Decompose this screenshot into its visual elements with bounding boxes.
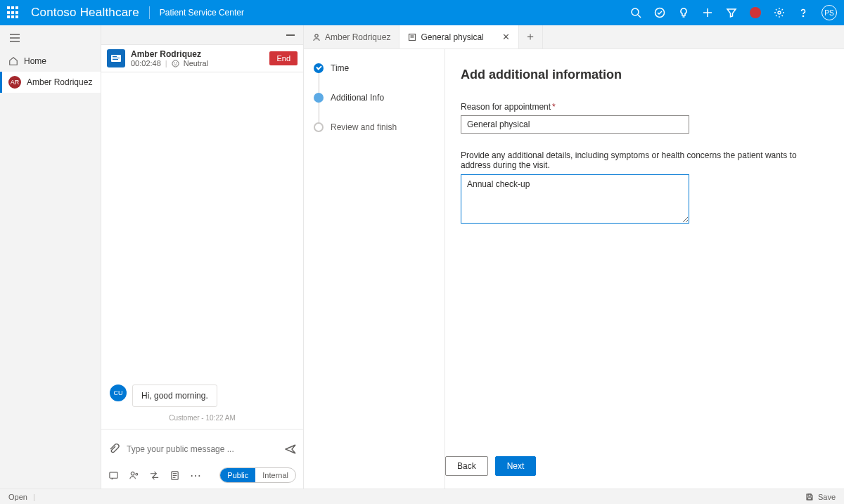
home-icon <box>8 56 18 66</box>
lightbulb-icon[interactable] <box>678 7 689 18</box>
status-open: Open <box>8 493 27 501</box>
toggle-public[interactable]: Public <box>220 468 255 482</box>
nav-session-active[interactable]: AR Amber Rodriquez <box>0 72 101 93</box>
quick-reply-icon[interactable] <box>108 470 119 481</box>
tab-patient[interactable]: Amber Rodriquez <box>304 25 399 49</box>
reason-label: Reason for appointment* <box>461 102 829 112</box>
details-textarea[interactable] <box>461 174 689 224</box>
message-row: CU Hi, good morning. <box>110 385 295 407</box>
chat-channel-icon <box>107 49 125 67</box>
svg-point-26 <box>315 34 318 37</box>
step-time[interactable]: Time <box>314 63 435 93</box>
customer-avatar-icon: CU <box>110 385 127 401</box>
header-divider <box>149 6 150 19</box>
svg-rect-19 <box>110 472 117 477</box>
svg-rect-31 <box>807 498 811 500</box>
message-meta: Customer - 10:22 AM <box>110 414 295 422</box>
form-icon <box>408 33 416 41</box>
svg-line-1 <box>638 15 641 18</box>
sentiment-neutral-icon <box>172 60 179 67</box>
svg-point-0 <box>632 8 639 15</box>
message-input[interactable] <box>127 444 278 454</box>
session-duration: 00:02:48 <box>131 59 161 67</box>
tab-patient-label: Amber Rodriquez <box>325 32 390 42</box>
session-avatar-icon: AR <box>8 76 21 89</box>
tab-general-physical[interactable]: General physical ✕ <box>399 25 518 49</box>
session-customer-name: Amber Rodriquez <box>131 49 201 59</box>
left-nav: Home AR Amber Rodriquez <box>0 25 101 489</box>
details-label: Provide any additional details, includin… <box>461 150 829 170</box>
header-tools: PS <box>630 5 837 20</box>
tab-general-physical-label: General physical <box>421 32 483 42</box>
minimize-panel-button[interactable] <box>101 25 303 45</box>
svg-point-16 <box>174 63 174 63</box>
svg-rect-13 <box>113 58 120 58</box>
step-additional-info[interactable]: Additional Info <box>314 93 435 122</box>
form-title: Add additional information <box>461 67 829 82</box>
svg-point-21 <box>136 473 138 475</box>
step-pending-icon <box>314 122 324 132</box>
user-avatar[interactable]: PS <box>821 5 837 20</box>
step-review[interactable]: Review and finish <box>314 122 435 132</box>
notes-icon[interactable] <box>170 470 180 481</box>
app-launcher-icon[interactable] <box>7 6 20 19</box>
step-nav: Time Additional Info Review and finish <box>304 49 445 489</box>
app-name: Patient Service Center <box>160 8 244 18</box>
hamburger-button[interactable] <box>0 25 101 51</box>
nav-session-label: Amber Rodriquez <box>27 77 92 87</box>
send-icon[interactable] <box>285 444 296 455</box>
brand-name: Contoso Healthcare <box>31 6 139 20</box>
svg-rect-14 <box>113 59 118 60</box>
filter-icon[interactable] <box>726 7 737 18</box>
person-icon <box>312 33 321 41</box>
chat-panel: Amber Rodriquez 00:02:48 | Neutral End C… <box>101 25 304 489</box>
back-button[interactable]: Back <box>445 456 488 476</box>
toggle-internal[interactable]: Internal <box>255 468 295 482</box>
more-actions-icon[interactable]: ⋯ <box>190 469 203 482</box>
nav-home-label: Home <box>24 56 46 66</box>
consult-icon[interactable] <box>129 470 139 481</box>
end-session-button[interactable]: End <box>269 51 298 65</box>
add-icon[interactable] <box>702 7 713 18</box>
step-complete-icon <box>314 63 324 73</box>
svg-point-17 <box>177 63 177 63</box>
session-sentiment: Neutral <box>184 59 208 67</box>
search-icon[interactable] <box>630 7 641 18</box>
message-list: CU Hi, good morning. Customer - 10:22 AM <box>101 72 303 429</box>
svg-point-15 <box>172 60 179 66</box>
close-tab-icon[interactable]: ✕ <box>502 32 510 42</box>
top-bar: Contoso Healthcare Patient Service Cente… <box>0 0 844 25</box>
svg-rect-12 <box>113 56 117 57</box>
required-indicator: * <box>552 102 556 112</box>
next-button[interactable]: Next <box>495 456 537 476</box>
compose-area: ⋯ Public Internal <box>101 429 303 489</box>
visibility-toggle[interactable]: Public Internal <box>219 467 296 483</box>
svg-rect-30 <box>808 494 811 496</box>
save-button[interactable]: Save <box>805 493 836 501</box>
task-icon[interactable] <box>654 7 665 18</box>
nav-home[interactable]: Home <box>0 51 101 72</box>
form-buttons: Back Next <box>445 456 536 476</box>
add-tab-button[interactable]: ＋ <box>519 25 543 49</box>
form-area: Add additional information Reason for ap… <box>445 49 844 489</box>
settings-icon[interactable] <box>774 7 785 18</box>
svg-point-7 <box>803 15 803 16</box>
svg-point-6 <box>778 11 781 14</box>
record-indicator-icon[interactable] <box>750 7 761 18</box>
message-bubble: Hi, good morning. <box>132 385 217 407</box>
tab-strip: Amber Rodriquez General physical ✕ ＋ <box>304 25 844 49</box>
svg-point-20 <box>131 472 134 475</box>
transfer-icon[interactable] <box>149 470 160 481</box>
main-area: Amber Rodriquez General physical ✕ ＋ Tim… <box>304 25 844 489</box>
help-icon[interactable] <box>798 7 809 18</box>
status-bar: Open | Save <box>0 489 844 504</box>
reason-input[interactable] <box>461 115 689 134</box>
step-current-icon <box>314 93 324 103</box>
save-icon <box>805 493 814 501</box>
attach-icon[interactable] <box>108 444 120 455</box>
session-header: Amber Rodriquez 00:02:48 | Neutral End <box>101 45 303 72</box>
